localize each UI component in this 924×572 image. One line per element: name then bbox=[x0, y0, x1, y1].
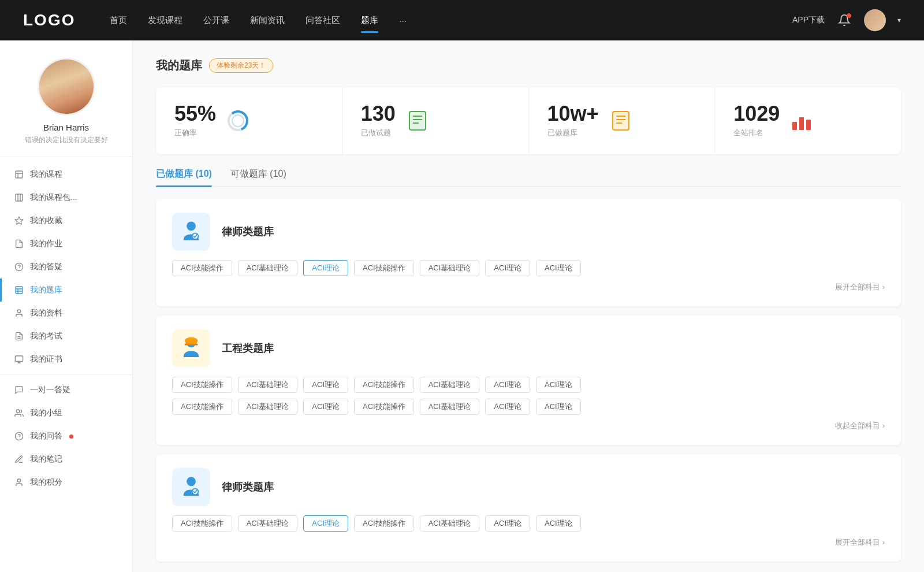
sidebar-item-course-packages[interactable]: 我的课程包... bbox=[0, 186, 132, 209]
qbank-card-lawyer-2: 律师类题库 ACI技能操作 ACI基础理论 ACI理论 ACI技能操作 ACI基… bbox=[156, 454, 901, 562]
stat-label-done-q: 已做试题 bbox=[361, 128, 396, 138]
tag[interactable]: ACI基础理论 bbox=[420, 377, 480, 393]
nav-qa[interactable]: 问答社区 bbox=[305, 13, 340, 28]
svg-rect-26 bbox=[799, 117, 804, 130]
sidebar-label: 我的证书 bbox=[30, 354, 62, 365]
qbank-title-lawyer-2: 律师类题库 bbox=[222, 480, 274, 494]
svg-rect-34 bbox=[185, 344, 198, 346]
qbank-header-lawyer-2: 律师类题库 bbox=[172, 468, 885, 506]
stat-label-ranking: 全站排名 bbox=[733, 128, 780, 138]
tag[interactable]: ACI理论 bbox=[485, 399, 530, 415]
sidebar-item-one-on-one[interactable]: 一对一答疑 bbox=[0, 378, 132, 402]
tag[interactable]: ACI基础理论 bbox=[238, 399, 298, 415]
unread-dot bbox=[69, 434, 73, 439]
tab-available-banks[interactable]: 可做题库 (10) bbox=[230, 168, 286, 186]
qbank-title-lawyer-1: 律师类题库 bbox=[222, 225, 274, 239]
trial-badge: 体验剩余23天！ bbox=[209, 58, 273, 73]
tag[interactable]: ACI基础理论 bbox=[238, 260, 298, 276]
tabs-row: 已做题库 (10) 可做题库 (10) bbox=[156, 168, 901, 187]
sidebar-item-my-qa[interactable]: 我的问答 bbox=[0, 425, 132, 448]
qbank-icon-engineer bbox=[172, 329, 210, 367]
tag[interactable]: ACI理论 bbox=[303, 377, 348, 393]
nav-qbank[interactable]: 题库 bbox=[361, 13, 378, 28]
sidebar-item-my-courses[interactable]: 我的课程 bbox=[0, 163, 132, 186]
tag[interactable]: ACI技能操作 bbox=[172, 377, 232, 393]
tag[interactable]: ACI基础理论 bbox=[420, 260, 480, 276]
stat-label-done-b: 已做题库 bbox=[547, 128, 599, 138]
expand-link-lawyer-2[interactable]: 展开全部科目 › bbox=[172, 537, 885, 548]
tag[interactable]: ACI技能操作 bbox=[172, 515, 232, 532]
tags-row-engineer-1: ACI技能操作 ACI基础理论 ACI理论 ACI技能操作 ACI基础理论 AC… bbox=[172, 377, 885, 393]
stat-value-done-q: 130 bbox=[361, 103, 396, 124]
profile-avatar[interactable] bbox=[38, 58, 95, 116]
stat-ranking: 1029 全站排名 bbox=[715, 87, 901, 154]
tag[interactable]: ACI理论 bbox=[485, 515, 530, 532]
profile-name: Brian Harris bbox=[43, 122, 89, 132]
profile-section: Brian Harris 错误的决定比没有决定要好 bbox=[0, 58, 132, 157]
sidebar-label: 我的小组 bbox=[30, 408, 62, 418]
sidebar-item-exam[interactable]: 我的考试 bbox=[0, 325, 132, 348]
tag[interactable]: ACI理论 bbox=[536, 377, 581, 393]
tag[interactable]: ACI基础理论 bbox=[238, 515, 298, 532]
tab-done-banks[interactable]: 已做题库 (10) bbox=[156, 168, 212, 186]
sidebar-menu: 我的课程 我的课程包... 我的收藏 我的作业 bbox=[0, 163, 132, 494]
tag[interactable]: ACI技能操作 bbox=[354, 377, 414, 393]
sidebar-item-favorites[interactable]: 我的收藏 bbox=[0, 209, 132, 232]
svg-rect-15 bbox=[409, 112, 426, 130]
qbank-icon bbox=[14, 285, 24, 295]
tag[interactable]: ACI理论 bbox=[303, 399, 348, 415]
nav-open-course[interactable]: 公开课 bbox=[203, 13, 229, 28]
sidebar-item-homework[interactable]: 我的作业 bbox=[0, 232, 132, 255]
tag[interactable]: ACI理论 bbox=[536, 399, 581, 415]
tag[interactable]: ACI基础理论 bbox=[420, 399, 480, 415]
svg-point-5 bbox=[17, 310, 20, 313]
sidebar-item-notes[interactable]: 我的笔记 bbox=[0, 448, 132, 471]
group-icon bbox=[14, 408, 24, 418]
sidebar-label: 我的问答 bbox=[30, 431, 62, 441]
sidebar-label: 我的题库 bbox=[30, 285, 62, 295]
tag[interactable]: ACI技能操作 bbox=[172, 399, 232, 415]
tag[interactable]: ACI理论 bbox=[485, 260, 530, 276]
tag[interactable]: ACI技能操作 bbox=[354, 515, 414, 532]
qa-icon bbox=[14, 262, 24, 272]
logo[interactable]: LOGO bbox=[23, 11, 75, 29]
svg-point-35 bbox=[187, 477, 196, 486]
svg-rect-27 bbox=[806, 120, 811, 130]
qbank-card-lawyer-1: 律师类题库 ACI技能操作 ACI基础理论 ACI理论 ACI技能操作 ACI基… bbox=[156, 199, 901, 306]
tag[interactable]: ACI技能操作 bbox=[354, 260, 414, 276]
tag-active[interactable]: ACI理论 bbox=[303, 515, 348, 532]
tag[interactable]: ACI技能操作 bbox=[354, 399, 414, 415]
nav-discover[interactable]: 发现课程 bbox=[148, 13, 182, 28]
qbank-title-engineer: 工程类题库 bbox=[222, 341, 274, 355]
package-icon bbox=[14, 192, 24, 203]
sidebar-item-my-group[interactable]: 我的小组 bbox=[0, 402, 132, 425]
qbank-icon-lawyer bbox=[172, 213, 210, 251]
sidebar-item-points[interactable]: 我的积分 bbox=[0, 471, 132, 494]
stat-done-banks: 10w+ 已做题库 bbox=[529, 87, 716, 154]
nav-home[interactable]: 首页 bbox=[110, 13, 127, 28]
sidebar: Brian Harris 错误的决定比没有决定要好 我的课程 我的课程包... bbox=[0, 40, 133, 572]
avatar[interactable] bbox=[864, 9, 886, 31]
sidebar-label: 我的考试 bbox=[30, 331, 62, 341]
profile-icon bbox=[14, 308, 24, 318]
tag[interactable]: ACI理论 bbox=[485, 377, 530, 393]
sidebar-item-my-qbank[interactable]: 我的题库 bbox=[0, 278, 132, 302]
collapse-link-engineer[interactable]: 收起全部科目 › bbox=[172, 421, 885, 431]
tag[interactable]: ACI技能操作 bbox=[172, 260, 232, 276]
expand-link-lawyer-1[interactable]: 展开全部科目 › bbox=[172, 282, 885, 292]
tag-active[interactable]: ACI理论 bbox=[303, 260, 348, 276]
notification-bell[interactable] bbox=[836, 12, 852, 28]
user-dropdown-chevron[interactable]: ▾ bbox=[897, 16, 901, 24]
sidebar-item-qa[interactable]: 我的答疑 bbox=[0, 255, 132, 278]
sidebar-item-profile[interactable]: 我的资料 bbox=[0, 302, 132, 325]
tag[interactable]: ACI理论 bbox=[536, 260, 581, 276]
sidebar-item-certificate[interactable]: 我的证书 bbox=[0, 348, 132, 371]
app-download-button[interactable]: APP下载 bbox=[792, 15, 825, 25]
stat-accuracy: 55% 正确率 bbox=[156, 87, 342, 154]
tag[interactable]: ACI理论 bbox=[536, 515, 581, 532]
tag[interactable]: ACI基础理论 bbox=[238, 377, 298, 393]
tag[interactable]: ACI基础理论 bbox=[420, 515, 480, 532]
svg-rect-4 bbox=[16, 287, 23, 294]
nav-more[interactable]: ··· bbox=[399, 13, 407, 28]
nav-news[interactable]: 新闻资讯 bbox=[250, 13, 285, 28]
